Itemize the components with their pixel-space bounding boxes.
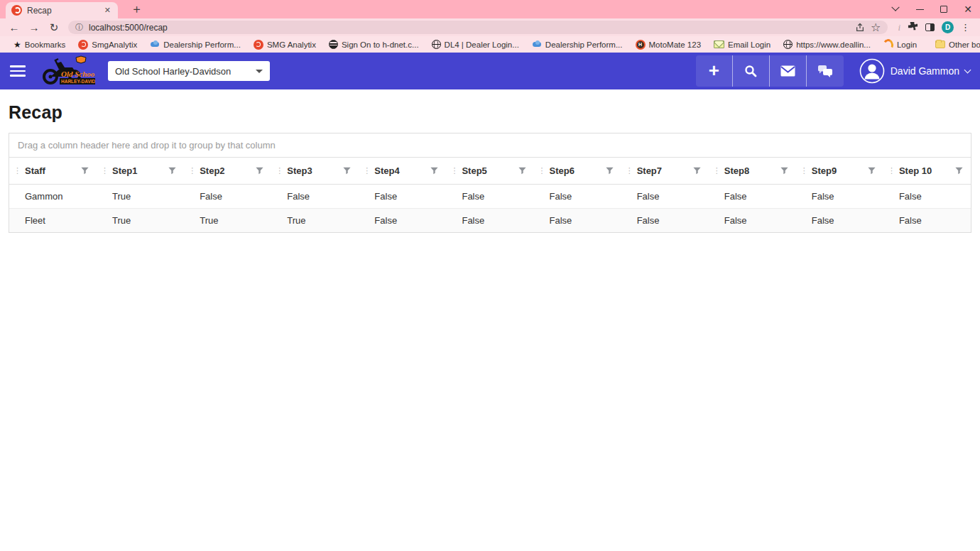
- filter-icon[interactable]: [954, 166, 964, 175]
- bookmark-item[interactable]: Login: [877, 40, 923, 50]
- other-bookmarks[interactable]: Other bookmarks: [929, 40, 980, 49]
- grid-cell: False: [446, 209, 533, 232]
- filter-icon[interactable]: [518, 166, 527, 175]
- column-header[interactable]: ⋮ Step7: [621, 158, 709, 184]
- bookmark-favicon-icon: [714, 40, 724, 48]
- drag-handle-icon: ⋮: [188, 168, 196, 173]
- bookmark-item[interactable]: Dealership Perform...: [526, 40, 629, 50]
- drag-handle-icon: ⋮: [101, 168, 109, 173]
- page-title: Recap: [0, 89, 980, 133]
- mail-button[interactable]: [770, 55, 807, 87]
- share-icon[interactable]: [855, 23, 865, 33]
- grid-row[interactable]: FleetTrueTrueTrueFalseFalseFalseFalseFal…: [9, 209, 971, 232]
- browser-tab-recap[interactable]: Recap ✕: [6, 2, 118, 18]
- bookmark-label: SMG Analytix: [267, 40, 316, 49]
- filter-icon[interactable]: [255, 166, 264, 175]
- user-menu[interactable]: David Gammon: [859, 58, 970, 84]
- filter-icon[interactable]: [780, 166, 789, 175]
- column-header-label: Step9: [812, 165, 837, 176]
- filter-icon[interactable]: [342, 166, 352, 175]
- bookmark-item[interactable]: SmgAnalytix: [72, 40, 143, 50]
- column-header[interactable]: ⋮ Step4: [359, 158, 446, 184]
- bookmark-favicon-icon: [883, 40, 893, 50]
- bookmark-item[interactable]: SMG Analytix: [247, 40, 322, 50]
- grid-cell: False: [883, 185, 971, 208]
- header-action-buttons: +: [696, 55, 844, 87]
- bookmark-favicon-icon: [432, 40, 441, 49]
- browser-menu-icon[interactable]: ⋮: [961, 22, 970, 33]
- side-panel-icon[interactable]: [925, 23, 935, 31]
- bookmarks-bar: ★ Bookmarks SmgAnalytix Dealership Perfo…: [0, 36, 980, 53]
- drag-handle-icon: ⋮: [538, 168, 546, 173]
- column-header[interactable]: ⋮ Staff: [9, 158, 97, 184]
- browser-frame: Recap ✕ ＋ ✕ ← → ↻ ⓘ localhost:5000/recap…: [0, 0, 980, 53]
- column-header[interactable]: ⋮ Step3: [271, 158, 359, 184]
- tab-search-icon[interactable]: [883, 0, 908, 18]
- bookmarks-root[interactable]: ★ Bookmarks: [7, 40, 72, 50]
- grid-cell: True: [97, 209, 184, 232]
- search-icon: [744, 64, 758, 78]
- tab-close-icon[interactable]: ✕: [103, 6, 112, 15]
- new-tab-button[interactable]: ＋: [126, 1, 147, 18]
- bookmark-label: Login: [897, 40, 917, 49]
- grid-body: GammonTrueFalseFalseFalseFalseFalseFalse…: [9, 185, 971, 232]
- add-button[interactable]: +: [696, 55, 733, 87]
- filter-icon[interactable]: [867, 166, 876, 175]
- grid-cell: True: [184, 209, 271, 232]
- chat-button[interactable]: [807, 55, 844, 87]
- address-bar[interactable]: ⓘ localhost:5000/recap ☆: [68, 21, 888, 34]
- app-header: Old School HARLEY-DAVIDSON Old School Ha…: [0, 53, 980, 89]
- filter-icon[interactable]: [430, 166, 439, 175]
- column-header[interactable]: ⋮ Step 10: [883, 158, 971, 184]
- column-header-label: Step6: [550, 165, 575, 176]
- column-header[interactable]: ⋮ Step6: [534, 158, 621, 184]
- minimize-button[interactable]: [908, 0, 932, 18]
- site-info-icon[interactable]: ⓘ: [75, 22, 83, 33]
- bookmark-item[interactable]: DL4 | Dealer Login...: [425, 40, 526, 49]
- back-icon[interactable]: ←: [6, 22, 23, 33]
- main-content: Recap Drag a column header here and drop…: [0, 89, 980, 551]
- column-header[interactable]: ⋮ Step8: [709, 158, 796, 184]
- column-header[interactable]: ⋮ Step5: [446, 158, 533, 184]
- filter-icon[interactable]: [605, 166, 614, 175]
- restore-button[interactable]: [932, 0, 956, 18]
- column-header-label: Step5: [462, 165, 486, 176]
- url-text[interactable]: localhost:5000/recap: [89, 23, 849, 33]
- bookmark-item[interactable]: Dealership Perform...: [143, 40, 247, 50]
- dealer-select-value: Old School Harley-Davidson: [115, 66, 231, 77]
- extension-icon[interactable]: i: [898, 22, 900, 33]
- reload-icon[interactable]: ↻: [45, 22, 62, 33]
- user-avatar-icon: [859, 58, 885, 84]
- search-button[interactable]: [733, 55, 770, 87]
- bookmark-item[interactable]: Email Login: [707, 40, 777, 49]
- column-header[interactable]: ⋮ Step9: [796, 158, 883, 184]
- forward-icon[interactable]: →: [26, 22, 43, 33]
- dealer-select[interactable]: Old School Harley-Davidson: [108, 61, 270, 81]
- grid-cell: False: [621, 185, 709, 208]
- filter-icon[interactable]: [168, 166, 177, 175]
- bookmark-item[interactable]: https://www.deallin...: [777, 40, 877, 49]
- filter-icon[interactable]: [80, 166, 89, 175]
- tab-title: Recap: [27, 6, 98, 16]
- close-button[interactable]: ✕: [956, 0, 980, 18]
- bookmarks-list: SmgAnalytix Dealership Perform... SMG An…: [72, 40, 923, 50]
- column-header[interactable]: ⋮ Step1: [97, 158, 184, 184]
- browser-profile-avatar[interactable]: D: [942, 21, 954, 33]
- grid-cell: False: [796, 185, 883, 208]
- menu-hamburger-icon[interactable]: [10, 65, 26, 77]
- bookmark-item[interactable]: Sign On to h-dnet.c...: [322, 40, 425, 49]
- bookmark-item[interactable]: MotoMate 123: [629, 40, 708, 50]
- extensions-puzzle-icon[interactable]: [908, 21, 918, 34]
- tab-favicon-icon: [11, 5, 22, 16]
- bookmark-star-icon[interactable]: ☆: [871, 21, 881, 34]
- bookmark-favicon-icon: [783, 40, 793, 49]
- column-header-label: Step 10: [899, 165, 932, 176]
- group-by-panel[interactable]: Drag a column header here and drop it to…: [9, 133, 971, 158]
- dealership-logo: Old School HARLEY-DAVIDSON: [41, 55, 95, 87]
- grid-cell: False: [709, 209, 796, 232]
- filter-icon[interactable]: [692, 166, 702, 175]
- user-caret-icon: [964, 67, 971, 74]
- grid-row[interactable]: GammonTrueFalseFalseFalseFalseFalseFalse…: [9, 185, 971, 209]
- column-header[interactable]: ⋮ Step2: [184, 158, 271, 184]
- bookmark-label: Email Login: [728, 40, 771, 49]
